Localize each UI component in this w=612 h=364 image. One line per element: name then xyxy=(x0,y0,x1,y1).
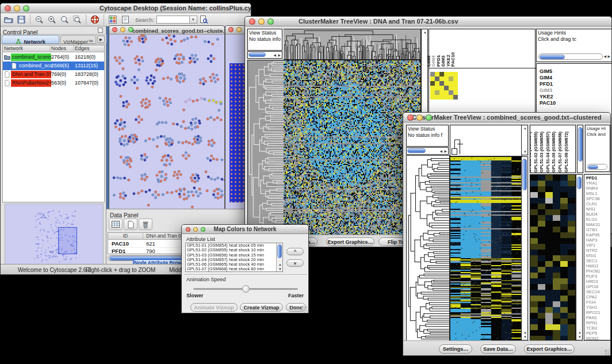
matrix-cell[interactable] xyxy=(449,72,453,76)
heatmap-vscrollbar[interactable]: ▲ ▼ xyxy=(521,156,528,340)
close-button[interactable] xyxy=(249,18,255,25)
matrix-cell[interactable] xyxy=(453,72,458,76)
zoom-in-icon[interactable] xyxy=(45,14,58,26)
new-attribute-icon[interactable] xyxy=(124,219,137,230)
zoom-heatmap[interactable] xyxy=(530,174,576,342)
matrix-cell[interactable] xyxy=(430,76,435,81)
close-button[interactable] xyxy=(407,114,414,121)
gene-label[interactable]: KAP95 xyxy=(586,232,611,237)
gene-label[interactable]: NTR2 xyxy=(586,248,611,253)
matrix-cell[interactable] xyxy=(430,72,435,76)
gene-label[interactable]: NIS1 xyxy=(586,206,611,212)
search-dropdown-button[interactable]: ▼ xyxy=(190,16,197,24)
zoom-button[interactable] xyxy=(23,5,29,12)
animate-vizmap-button[interactable]: Animate Vizmap xyxy=(190,303,238,312)
matrix-cell[interactable] xyxy=(439,86,444,90)
treeview2-titlebar[interactable]: ClusterMaker TreeView : combined_scores_… xyxy=(403,113,610,122)
gene-dendrogram[interactable] xyxy=(406,155,450,342)
matrix-cell[interactable] xyxy=(430,90,435,95)
select-attributes-icon[interactable] xyxy=(109,219,123,230)
move-up-button[interactable]: ^ xyxy=(286,248,304,255)
array-dendrogram[interactable] xyxy=(284,29,421,60)
close-button[interactable] xyxy=(112,27,117,32)
gene-label[interactable]: PHO81 xyxy=(586,269,611,274)
zoom-button[interactable] xyxy=(426,114,432,121)
gene-label[interactable]: GIM3 xyxy=(540,87,611,94)
minimize-button[interactable] xyxy=(120,27,125,32)
global-heatmap[interactable] xyxy=(450,156,522,342)
export-graphics-button[interactable]: Export Graphics… xyxy=(524,344,575,354)
main-titlebar[interactable]: Cytoscape Desktop (Session Name: collins… xyxy=(1,3,251,13)
attribute-list[interactable]: GPL51-01 (GSM854) heat shock 05 minGPL51… xyxy=(185,243,283,272)
network-name[interactable]: combined_scores xyxy=(11,53,51,61)
usage-hints-hscrollbar[interactable] xyxy=(538,53,603,60)
gene-label[interactable]: GTB1 xyxy=(586,227,611,232)
gene-label[interactable]: PUF3 xyxy=(586,274,611,279)
gene-label[interactable]: HRD3 xyxy=(586,279,611,284)
matrix-cell[interactable] xyxy=(449,86,453,90)
matrix-cell[interactable] xyxy=(435,95,439,99)
enhanced-search-icon[interactable] xyxy=(197,14,210,26)
matrix-cell[interactable] xyxy=(449,76,453,81)
matrix-cell[interactable] xyxy=(439,72,444,76)
array-dendrogram[interactable] xyxy=(450,125,522,156)
gene-label[interactable]: YSH1 xyxy=(586,305,611,310)
settings-button[interactable]: Settings… xyxy=(439,344,472,354)
dialog-titlebar[interactable]: Map Colors to Network xyxy=(182,225,308,234)
minimize-button[interactable] xyxy=(236,27,242,32)
column-header-nodes[interactable]: Nodes xyxy=(51,45,66,51)
global-heatmap[interactable] xyxy=(284,60,421,235)
matrix-cell[interactable] xyxy=(439,81,444,86)
delete-attribute-icon[interactable] xyxy=(139,219,152,230)
float-panel-icon[interactable] xyxy=(98,28,103,33)
open-icon[interactable] xyxy=(2,14,15,26)
matrix-cell[interactable] xyxy=(444,76,449,81)
zoom-out-icon[interactable] xyxy=(33,14,45,26)
matrix-cell[interactable] xyxy=(444,90,449,95)
minimize-button[interactable] xyxy=(193,227,198,232)
zoom-button[interactable] xyxy=(201,227,205,232)
network-view-canvas[interactable] xyxy=(109,35,224,212)
matrix-cell[interactable] xyxy=(449,90,453,95)
gene-label[interactable]: YRA1 xyxy=(586,181,611,186)
gene-label[interactable]: PAN1 xyxy=(586,315,611,320)
gene-label[interactable]: PFD1 xyxy=(540,81,611,87)
gene-label[interactable]: VIP1 xyxy=(586,243,611,248)
birdseye-view[interactable] xyxy=(5,204,104,265)
matrix-cell[interactable] xyxy=(453,90,458,95)
column-header-network[interactable]: Network xyxy=(4,45,23,51)
tab-network[interactable]: Network xyxy=(2,35,59,44)
gene-label[interactable]: BUD4 xyxy=(586,212,611,217)
save-data-button[interactable]: Save Data… xyxy=(480,344,516,354)
gene-label[interactable]: PFD1 xyxy=(586,175,611,181)
attribute-list-vscrollbar[interactable]: ▲ ▼ xyxy=(276,243,282,271)
gene-label[interactable]: GPI16 xyxy=(586,284,611,289)
matrix-cell[interactable] xyxy=(444,86,449,90)
network-name[interactable]: DNA and Tran 07 xyxy=(11,71,51,78)
network-name[interactable]: combined_sco xyxy=(18,62,53,70)
gene-label[interactable]: CPA2 xyxy=(586,294,611,300)
matrix-cell[interactable] xyxy=(430,95,435,99)
matrix-cell[interactable] xyxy=(430,81,435,86)
gene-label[interactable]: TCB3 xyxy=(586,325,611,331)
save-icon[interactable] xyxy=(15,14,28,26)
network-tree-row[interactable]: RNAPuberNov2+563(0)107847(0) xyxy=(3,79,104,87)
matrix-cell[interactable] xyxy=(449,95,453,99)
close-button[interactable] xyxy=(186,227,190,232)
gene-label[interactable]: HAP3 xyxy=(586,237,611,243)
column-labels-vscrollbar[interactable] xyxy=(577,125,583,173)
zoom-fit-icon[interactable] xyxy=(58,14,71,26)
gene-label[interactable]: SEC24 xyxy=(586,289,611,294)
network-tree-row[interactable]: combined_scores2764(0)16218(0) xyxy=(3,53,104,62)
gene-label[interactable]: RNR4 xyxy=(586,186,611,191)
array-scroll-strip[interactable]: ▲ ▼ xyxy=(521,125,528,155)
view-status-hscrollbar[interactable]: ◀ ▶ xyxy=(247,51,282,59)
matrix-cell[interactable] xyxy=(439,95,444,99)
move-down-button[interactable]: v xyxy=(286,259,304,267)
gene-label[interactable]: HMG1 xyxy=(586,263,611,269)
treeview1-titlebar[interactable]: ClusterMaker TreeView : DNA and Tran 07-… xyxy=(245,17,611,26)
gene-label[interactable]: RPN1 xyxy=(586,320,611,325)
gene-label[interactable]: GIM5 xyxy=(540,68,611,75)
gene-label[interactable]: YKE2 xyxy=(540,94,611,100)
gene-label[interactable]: PAC10 xyxy=(540,100,611,106)
